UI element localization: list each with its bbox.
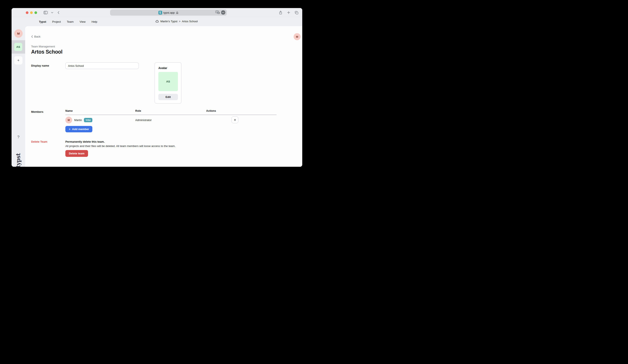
team-avatar-preview: AS bbox=[158, 72, 178, 91]
remove-member-button[interactable]: ✕ bbox=[232, 116, 238, 123]
members-section-label: Members bbox=[31, 110, 43, 113]
sidebar-toggle-icon[interactable] bbox=[43, 10, 48, 15]
account-avatar[interactable]: M bbox=[294, 33, 301, 40]
typst-favicon: t bbox=[158, 11, 162, 15]
team-management-panel: Back M Team Management Artos School Disp… bbox=[25, 26, 302, 167]
edit-avatar-button[interactable]: Edit bbox=[158, 94, 178, 100]
delete-team-section-label: Delete Team bbox=[31, 140, 47, 143]
page-title: Artos School bbox=[31, 49, 63, 55]
sidebar-user-avatar[interactable]: M bbox=[14, 29, 23, 38]
zoom-window-button[interactable] bbox=[34, 11, 37, 14]
plus-icon: + bbox=[69, 127, 71, 131]
browser-window: t typst.app A 文 ••• bbox=[11, 8, 302, 167]
workspace-sidebar: M AS + ? typst bbox=[11, 26, 25, 167]
breadcrumb-separator: > bbox=[179, 20, 181, 23]
share-icon[interactable] bbox=[278, 10, 283, 15]
sidebar-team-avatar[interactable]: AS bbox=[14, 43, 22, 51]
member-name: Martin bbox=[74, 119, 82, 122]
breadcrumb-team[interactable]: Martin's Typst bbox=[160, 20, 177, 23]
delete-team-description: All projects and their files will be del… bbox=[65, 145, 175, 147]
delete-team-button[interactable]: Delete team bbox=[65, 150, 88, 157]
breadcrumb: Martin's Typst > Artos School bbox=[156, 17, 198, 25]
sidebar-selected-item: AS bbox=[11, 40, 25, 54]
member-avatar: M bbox=[65, 117, 72, 124]
column-header-role: Role bbox=[135, 109, 141, 112]
breadcrumb-page[interactable]: Artos School bbox=[182, 20, 198, 23]
table-row: M Martin YOU Administrator ✕ bbox=[65, 116, 276, 124]
address-bar[interactable]: t typst.app A 文 ••• bbox=[110, 9, 227, 16]
menu-view[interactable]: View bbox=[79, 20, 85, 23]
menu-team[interactable]: Team bbox=[67, 20, 74, 23]
display-name-input[interactable] bbox=[65, 63, 139, 69]
svg-text:A: A bbox=[217, 11, 218, 13]
menu-project[interactable]: Project bbox=[52, 20, 61, 23]
back-label: Back bbox=[34, 35, 40, 38]
translate-icon[interactable]: A 文 bbox=[216, 10, 220, 14]
you-badge: YOU bbox=[84, 118, 92, 122]
chevron-down-icon[interactable] bbox=[50, 10, 55, 15]
column-header-name: Name bbox=[65, 109, 73, 112]
new-tab-icon[interactable] bbox=[286, 10, 291, 15]
browser-titlebar: t typst.app A 文 ••• bbox=[11, 8, 302, 17]
menu-help[interactable]: Help bbox=[91, 20, 97, 23]
delete-team-title: Permanently delete this team. bbox=[65, 140, 105, 143]
cloud-icon bbox=[156, 20, 159, 23]
chevron-left-icon bbox=[31, 35, 33, 38]
lock-icon bbox=[176, 11, 178, 14]
tab-overview-icon[interactable] bbox=[294, 10, 299, 15]
add-member-label: Add member bbox=[72, 128, 89, 131]
typst-logo: typst bbox=[11, 149, 25, 167]
add-member-button[interactable]: + Add member bbox=[65, 126, 92, 132]
avatar-card-title: Avatar bbox=[158, 66, 167, 70]
section-label: Team Management bbox=[31, 45, 55, 48]
avatar-card: Avatar AS Edit bbox=[155, 63, 181, 103]
minimize-window-button[interactable] bbox=[30, 11, 33, 14]
close-window-button[interactable] bbox=[26, 11, 28, 14]
back-link[interactable]: Back bbox=[31, 35, 40, 38]
url-text: typst.app bbox=[163, 11, 175, 14]
display-name-label: Display name bbox=[31, 64, 49, 67]
close-icon: ✕ bbox=[234, 118, 236, 122]
traffic-lights bbox=[26, 11, 37, 14]
table-header-divider bbox=[65, 115, 276, 115]
app-menubar: Typst Project Team View Help Martin's Ty… bbox=[11, 17, 302, 26]
help-button[interactable]: ? bbox=[11, 135, 25, 139]
column-header-actions: Actions bbox=[206, 109, 216, 112]
menu-typst[interactable]: Typst bbox=[39, 20, 46, 23]
member-role: Administrator bbox=[135, 119, 152, 122]
back-navigation-icon[interactable] bbox=[56, 10, 61, 15]
more-options-icon[interactable]: ••• bbox=[221, 10, 225, 15]
svg-text:文: 文 bbox=[218, 12, 219, 14]
sidebar-add-team-button[interactable]: + bbox=[14, 56, 22, 65]
